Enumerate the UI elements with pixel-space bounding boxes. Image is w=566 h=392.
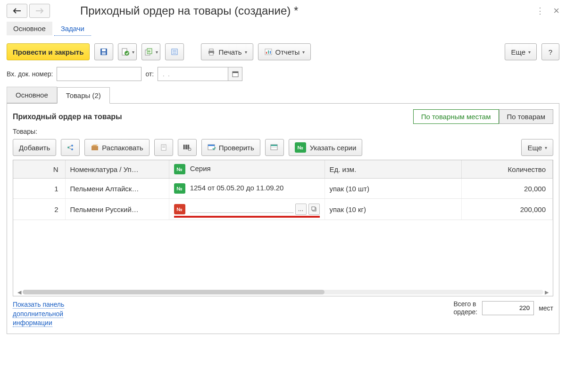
print-button[interactable]: Печать xyxy=(201,43,253,60)
doc-number-input[interactable] xyxy=(57,67,142,81)
series-ok-icon: № xyxy=(174,183,185,194)
svg-point-4 xyxy=(125,51,129,56)
date-picker-button[interactable] xyxy=(228,67,242,81)
help-button[interactable]: ? xyxy=(541,43,559,60)
table-row[interactable]: 1 Пельмени Алтайск… № 1254 от 05.05.20 д… xyxy=(13,179,553,199)
doc-icon xyxy=(160,144,167,151)
list-icon xyxy=(171,48,178,56)
barcode-button[interactable] xyxy=(178,139,197,156)
series-button[interactable]: № Указать серии xyxy=(289,139,363,156)
panel-title: Приходный ордер на товары xyxy=(13,113,122,121)
based-on-button[interactable] xyxy=(142,43,160,60)
floppy-icon xyxy=(100,48,108,56)
doc-date-input[interactable] xyxy=(158,67,228,81)
doc-number-label: Вх. док. номер: xyxy=(7,70,53,78)
goods-table: N Номенклатура / Уп… № Серия Ед. изм. Ко… xyxy=(13,160,553,296)
svg-rect-17 xyxy=(270,51,271,54)
seg-by-places[interactable]: По товарным местам xyxy=(413,109,499,124)
svg-rect-2 xyxy=(102,52,106,55)
reports-button[interactable]: Отчеты xyxy=(258,43,311,60)
total-value-input[interactable] xyxy=(482,301,534,315)
svg-rect-15 xyxy=(266,52,267,54)
svg-rect-30 xyxy=(187,145,188,149)
svg-rect-23 xyxy=(92,146,98,150)
post-icon xyxy=(121,48,129,56)
post-and-close-button[interactable]: Провести и закрыть xyxy=(7,43,90,60)
scroll-left-icon[interactable]: ◀ xyxy=(16,289,23,295)
forward-button[interactable] xyxy=(29,4,50,18)
col-ed[interactable]: Ед. изм. xyxy=(325,160,461,179)
arrow-right-icon xyxy=(35,8,44,14)
printer-icon xyxy=(207,48,216,56)
svg-rect-19 xyxy=(233,72,238,73)
series-badge-icon: № xyxy=(295,142,306,153)
box-icon xyxy=(91,144,99,151)
total-label: Всего в xyxy=(454,300,478,308)
unpack-button[interactable]: Распаковать xyxy=(84,139,149,156)
series-open-button[interactable] xyxy=(308,204,320,215)
series-input[interactable] xyxy=(190,205,293,213)
share-button[interactable] xyxy=(61,139,80,156)
barcode-icon xyxy=(183,144,191,151)
series-missing-icon: № xyxy=(174,204,185,214)
total-unit: мест xyxy=(539,304,553,312)
check-button[interactable]: Проверить xyxy=(201,139,260,156)
arrow-left-icon xyxy=(13,8,21,14)
svg-rect-34 xyxy=(208,145,215,146)
svg-rect-1 xyxy=(102,49,106,51)
svg-rect-28 xyxy=(185,145,185,149)
col-n[interactable]: N xyxy=(13,160,65,179)
svg-rect-16 xyxy=(268,50,269,54)
col-nom[interactable]: Номенклатура / Уп… xyxy=(65,160,169,179)
post-button[interactable] xyxy=(118,43,137,60)
svg-rect-36 xyxy=(271,145,277,146)
series-select-button[interactable]: … xyxy=(295,204,307,215)
svg-rect-27 xyxy=(183,145,184,149)
seg-by-goods[interactable]: По товарам xyxy=(499,109,553,124)
series-header-icon: № xyxy=(174,164,185,174)
share-icon xyxy=(67,144,74,151)
doc-date-label: от: xyxy=(145,70,154,78)
svg-rect-29 xyxy=(186,145,187,149)
add-row-button[interactable]: Добавить xyxy=(13,139,56,156)
grid-check-icon xyxy=(208,144,216,151)
tab-main[interactable]: Основное xyxy=(7,87,57,103)
goods-sub-label: Товары: xyxy=(13,128,553,135)
save-button[interactable] xyxy=(94,43,113,60)
scroll-right-icon[interactable]: ▶ xyxy=(543,289,550,295)
clone-icon xyxy=(144,48,153,56)
col-ser[interactable]: № Серия xyxy=(169,160,325,179)
error-underline xyxy=(174,216,320,218)
svg-rect-39 xyxy=(312,207,315,210)
svg-rect-12 xyxy=(209,49,213,51)
col-q[interactable]: Количество xyxy=(461,160,553,179)
nav-tab-main[interactable]: Основное xyxy=(7,22,52,35)
calendar-icon xyxy=(232,71,239,77)
more-button[interactable]: Еще xyxy=(505,43,537,60)
back-button[interactable] xyxy=(7,4,27,18)
refresh-grid-button[interactable] xyxy=(265,139,284,156)
close-icon[interactable]: × xyxy=(553,5,559,17)
table-more-button[interactable]: Еще xyxy=(521,139,553,156)
tab-goods[interactable]: Товары (2) xyxy=(57,87,110,104)
grid-icon xyxy=(270,144,279,151)
copy-doc-button[interactable] xyxy=(154,139,173,156)
chart-icon xyxy=(264,48,273,56)
nav-tab-tasks[interactable]: Задачи xyxy=(54,22,91,36)
svg-rect-13 xyxy=(209,53,213,55)
open-icon xyxy=(311,206,317,212)
page-title: Приходный ордер на товары (создание) * xyxy=(80,4,298,17)
table-hscroll[interactable]: ◀ ▶ xyxy=(13,288,553,296)
kebab-icon[interactable]: ⋮ xyxy=(536,6,545,16)
show-extra-panel-link[interactable]: Показать панель дополнительной информаци… xyxy=(13,301,64,327)
table-row[interactable]: 2 Пельмени Русский… № … xyxy=(13,199,553,220)
list-button[interactable] xyxy=(165,43,184,60)
